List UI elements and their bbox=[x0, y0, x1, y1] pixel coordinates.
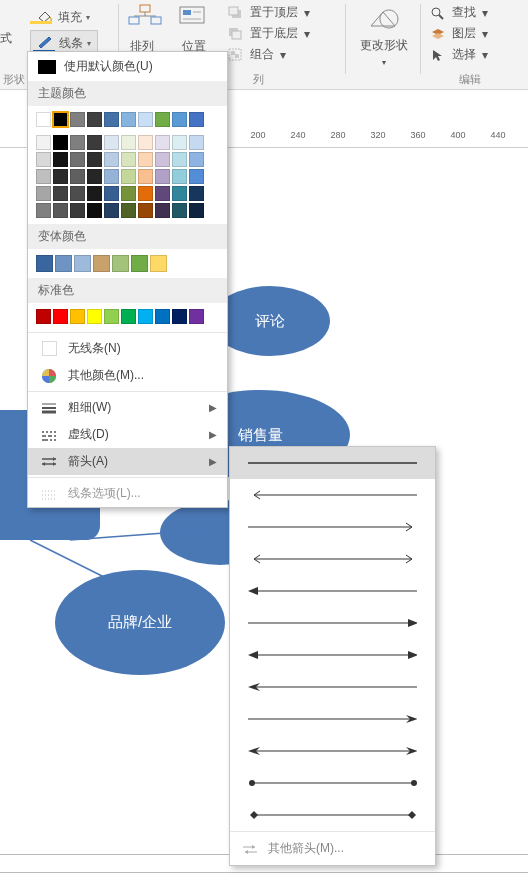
variant-swatch[interactable] bbox=[131, 255, 148, 272]
theme-shade-swatch[interactable] bbox=[36, 152, 51, 167]
theme-shade-swatch[interactable] bbox=[87, 169, 102, 184]
theme-shade-swatch[interactable] bbox=[104, 203, 119, 218]
layers-button[interactable]: 图层▾ bbox=[430, 23, 488, 44]
standard-swatch[interactable] bbox=[138, 309, 153, 324]
arrow-right-open[interactable] bbox=[230, 511, 435, 543]
variant-swatch[interactable] bbox=[150, 255, 167, 272]
theme-shade-swatch[interactable] bbox=[36, 186, 51, 201]
theme-shade-swatch[interactable] bbox=[155, 203, 170, 218]
theme-shade-swatch[interactable] bbox=[172, 169, 187, 184]
theme-shade-swatch[interactable] bbox=[104, 152, 119, 167]
arrow-left-concave[interactable] bbox=[230, 671, 435, 703]
line-options[interactable]: 线条选项(L)... bbox=[28, 480, 227, 507]
theme-swatch[interactable] bbox=[138, 112, 153, 127]
position-icon[interactable] bbox=[178, 4, 208, 29]
theme-swatch[interactable] bbox=[172, 112, 187, 127]
theme-shade-swatch[interactable] bbox=[189, 186, 204, 201]
theme-shade-swatch[interactable] bbox=[189, 135, 204, 150]
theme-shade-swatch[interactable] bbox=[104, 135, 119, 150]
theme-shade-swatch[interactable] bbox=[53, 186, 68, 201]
theme-swatch[interactable] bbox=[189, 112, 204, 127]
standard-swatch[interactable] bbox=[53, 309, 68, 324]
theme-shade-swatch[interactable] bbox=[53, 152, 68, 167]
theme-shade-swatch[interactable] bbox=[87, 135, 102, 150]
theme-shade-swatch[interactable] bbox=[138, 169, 153, 184]
arrow-both-dot[interactable] bbox=[230, 767, 435, 799]
theme-shade-swatch[interactable] bbox=[155, 186, 170, 201]
theme-shade-swatch[interactable] bbox=[138, 135, 153, 150]
standard-swatch[interactable] bbox=[121, 309, 136, 324]
theme-shade-swatch[interactable] bbox=[53, 203, 68, 218]
theme-shade-swatch[interactable] bbox=[138, 152, 153, 167]
diagram-node-comment[interactable]: 评论 bbox=[210, 286, 330, 356]
theme-shade-swatch[interactable] bbox=[172, 135, 187, 150]
arrow-none[interactable] bbox=[230, 447, 435, 479]
fill-button[interactable]: 填充 ▾ bbox=[30, 4, 96, 31]
arrow-right-concave[interactable] bbox=[230, 703, 435, 735]
theme-shade-swatch[interactable] bbox=[36, 203, 51, 218]
theme-shade-swatch[interactable] bbox=[155, 169, 170, 184]
arrow-right-solid[interactable] bbox=[230, 607, 435, 639]
arrow-both-open[interactable] bbox=[230, 543, 435, 575]
arrow-both-diamond[interactable] bbox=[230, 799, 435, 831]
standard-swatch[interactable] bbox=[104, 309, 119, 324]
theme-swatch[interactable] bbox=[53, 112, 68, 127]
theme-shade-swatch[interactable] bbox=[121, 169, 136, 184]
change-shape-button[interactable]: 更改形状 ▾ bbox=[360, 6, 408, 68]
variant-swatch[interactable] bbox=[55, 255, 72, 272]
arrange-org-icon[interactable] bbox=[128, 4, 162, 29]
standard-swatch[interactable] bbox=[70, 309, 85, 324]
theme-shade-swatch[interactable] bbox=[70, 135, 85, 150]
arrow-left-open[interactable] bbox=[230, 479, 435, 511]
theme-shade-swatch[interactable] bbox=[70, 186, 85, 201]
theme-shade-swatch[interactable] bbox=[155, 152, 170, 167]
theme-shade-swatch[interactable] bbox=[121, 135, 136, 150]
theme-shade-swatch[interactable] bbox=[70, 152, 85, 167]
theme-swatch[interactable] bbox=[104, 112, 119, 127]
line-weight[interactable]: 粗细(W) ▶ bbox=[28, 394, 227, 421]
theme-shade-swatch[interactable] bbox=[172, 186, 187, 201]
theme-shade-swatch[interactable] bbox=[104, 169, 119, 184]
line-dashes[interactable]: 虚线(D) ▶ bbox=[28, 421, 227, 448]
standard-swatch[interactable] bbox=[36, 309, 51, 324]
arrow-both-concave[interactable] bbox=[230, 735, 435, 767]
theme-shade-swatch[interactable] bbox=[53, 169, 68, 184]
theme-swatch[interactable] bbox=[87, 112, 102, 127]
theme-shade-swatch[interactable] bbox=[36, 135, 51, 150]
diagram-node-brand[interactable]: 品牌/企业 bbox=[55, 570, 225, 675]
arrow-left-solid[interactable] bbox=[230, 575, 435, 607]
theme-swatch[interactable] bbox=[121, 112, 136, 127]
theme-shade-swatch[interactable] bbox=[189, 169, 204, 184]
line-arrows[interactable]: 箭头(A) ▶ bbox=[28, 448, 227, 475]
theme-shade-swatch[interactable] bbox=[138, 203, 153, 218]
theme-shade-swatch[interactable] bbox=[53, 135, 68, 150]
theme-shade-swatch[interactable] bbox=[87, 203, 102, 218]
standard-swatch[interactable] bbox=[155, 309, 170, 324]
variant-swatch[interactable] bbox=[112, 255, 129, 272]
theme-shade-swatch[interactable] bbox=[172, 203, 187, 218]
theme-shade-swatch[interactable] bbox=[104, 186, 119, 201]
theme-shade-swatch[interactable] bbox=[138, 186, 153, 201]
theme-shade-swatch[interactable] bbox=[172, 152, 187, 167]
more-arrows[interactable]: 其他箭头(M)... bbox=[230, 832, 435, 865]
use-default-color[interactable]: 使用默认颜色(U) bbox=[28, 52, 227, 81]
variant-swatch[interactable] bbox=[93, 255, 110, 272]
arrow-both-solid[interactable] bbox=[230, 639, 435, 671]
select-button[interactable]: 选择▾ bbox=[430, 44, 488, 65]
no-line[interactable]: 无线条(N) bbox=[28, 335, 227, 362]
standard-swatch[interactable] bbox=[87, 309, 102, 324]
theme-swatch[interactable] bbox=[36, 112, 51, 127]
theme-shade-swatch[interactable] bbox=[189, 203, 204, 218]
variant-swatch[interactable] bbox=[74, 255, 91, 272]
theme-shade-swatch[interactable] bbox=[121, 152, 136, 167]
theme-shade-swatch[interactable] bbox=[189, 152, 204, 167]
more-colors[interactable]: 其他颜色(M)... bbox=[28, 362, 227, 389]
theme-swatch[interactable] bbox=[155, 112, 170, 127]
variant-swatch[interactable] bbox=[36, 255, 53, 272]
theme-shade-swatch[interactable] bbox=[70, 203, 85, 218]
theme-shade-swatch[interactable] bbox=[155, 135, 170, 150]
theme-shade-swatch[interactable] bbox=[36, 169, 51, 184]
theme-swatch[interactable] bbox=[70, 112, 85, 127]
theme-shade-swatch[interactable] bbox=[87, 186, 102, 201]
theme-shade-swatch[interactable] bbox=[87, 152, 102, 167]
